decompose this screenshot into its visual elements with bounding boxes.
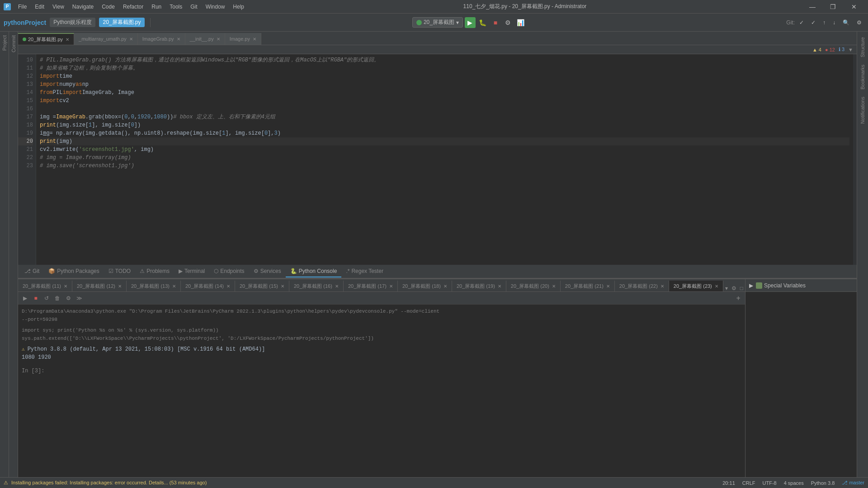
active-file-tab[interactable]: 20_屏幕截图.py <box>99 18 144 27</box>
console-settings-btn[interactable]: ⚙ <box>63 293 73 303</box>
console-tab-21[interactable]: 20_屏幕截图 (21) ✕ <box>561 281 615 291</box>
console-tab-22-close[interactable]: ✕ <box>660 284 664 289</box>
console-tab-20[interactable]: 20_屏幕截图 (20) ✕ <box>506 281 561 291</box>
indent-style[interactable]: 4 spaces <box>784 480 804 486</box>
tab-git[interactable]: ⎇ Git <box>20 266 44 277</box>
console-tab-18[interactable]: 20_屏幕截图 (18) ✕ <box>398 281 452 291</box>
console-tab-15-close[interactable]: ✕ <box>281 284 284 289</box>
console-tab-13[interactable]: 20_屏幕截图 (13) ✕ <box>127 281 181 291</box>
console-tab-22[interactable]: 20_屏幕截图 (22) ✕ <box>615 281 669 291</box>
stop-button[interactable]: ■ <box>490 17 501 28</box>
console-tab-19-close[interactable]: ✕ <box>498 284 501 289</box>
git-push[interactable]: ↑ <box>820 18 828 28</box>
bookmarks-tab[interactable]: Bookmarks <box>858 61 867 93</box>
file-tab-1[interactable]: _multiarray_umath.py ✕ <box>74 33 138 45</box>
vars-expand-icon[interactable]: ▶ <box>749 282 753 289</box>
code-area[interactable]: # PIL.ImageGrab.grab() 方法将屏幕截图，通过在的框架返回W… <box>36 54 853 265</box>
menu-refactor[interactable]: Refactor <box>119 3 147 11</box>
menu-tools[interactable]: Tools <box>166 3 186 11</box>
file-tab-3[interactable]: __init__.py ✕ <box>185 33 225 45</box>
menu-window[interactable]: Window <box>202 3 229 11</box>
console-more-btn[interactable]: ≫ <box>74 293 84 303</box>
coverage-button[interactable]: 📊 <box>515 17 526 28</box>
console-add-btn[interactable]: + <box>733 293 743 303</box>
tab-terminal[interactable]: ▶ Terminal <box>174 266 209 277</box>
file-tab-close-0[interactable]: ✕ <box>66 37 69 42</box>
console-rerun-btn[interactable]: ↺ <box>42 293 52 303</box>
tab-python-console[interactable]: 🐍 Python Console <box>286 266 342 277</box>
menu-navigate[interactable]: Navigate <box>69 3 97 11</box>
close-button[interactable]: ✕ <box>844 0 864 14</box>
debug-button[interactable]: 🐛 <box>477 17 488 28</box>
file-tab-close-4[interactable]: ✕ <box>253 37 256 42</box>
menu-git[interactable]: Git <box>187 3 201 11</box>
console-tab-12-close[interactable]: ✕ <box>118 284 122 289</box>
console-tab-11-close[interactable]: ✕ <box>64 284 67 289</box>
console-tab-20-close[interactable]: ✕ <box>552 284 556 289</box>
menu-file[interactable]: File <box>14 3 30 11</box>
tab-regex-tester[interactable]: .* Regex Tester <box>341 266 388 277</box>
console-tab-16[interactable]: 20_屏幕截图 (16) ✕ <box>289 281 344 291</box>
commit-panel-tab[interactable]: Commit <box>9 32 18 56</box>
console-tabs-dropdown[interactable]: ▾ <box>723 285 730 291</box>
console-tab-15[interactable]: 20_屏幕截图 (15) ✕ <box>235 281 289 291</box>
file-tab-2[interactable]: ImageGrab.py ✕ <box>138 33 185 45</box>
line-endings[interactable]: CRLF <box>742 480 755 486</box>
git-checkmark2[interactable]: ✓ <box>808 18 818 28</box>
menu-view[interactable]: View <box>49 3 68 11</box>
notifications-tab[interactable]: Notifications <box>858 93 867 127</box>
encoding[interactable]: UTF-8 <box>763 480 777 486</box>
console-tab-12[interactable]: 20_屏幕截图 (12) ✕ <box>72 281 127 291</box>
settings-button[interactable]: ⚙ <box>854 18 864 28</box>
run-button[interactable]: ▶ <box>465 17 476 28</box>
git-pull[interactable]: ↓ <box>830 18 838 28</box>
console-tab-16-close[interactable]: ✕ <box>335 284 339 289</box>
console-settings[interactable]: ⚙ <box>730 285 738 291</box>
console-tab-21-close[interactable]: ✕ <box>606 284 610 289</box>
structure-tab[interactable]: Structure <box>858 33 867 61</box>
file-tab-close-2[interactable]: ✕ <box>177 37 180 42</box>
run-config[interactable]: 20_屏幕截图 ▾ <box>412 17 463 28</box>
tab-problems[interactable]: ⚠ Problems <box>135 266 174 277</box>
expand-icon[interactable]: ▼ <box>848 47 853 52</box>
console-tab-19[interactable]: 20_屏幕截图 (19) ✕ <box>452 281 506 291</box>
minimize-button[interactable]: — <box>802 0 823 14</box>
console-tab-23-close[interactable]: ✕ <box>715 284 718 289</box>
file-tab-close-3[interactable]: ✕ <box>217 37 220 42</box>
search-button[interactable]: 🔍 <box>840 18 852 28</box>
console-run-btn[interactable]: ▶ <box>20 293 30 303</box>
console-tab-11[interactable]: 20_屏幕截图 (11) ✕ <box>18 281 72 291</box>
console-expand[interactable]: □ <box>738 285 745 291</box>
code-line-14: from PIL import ImageGrab, Image <box>40 89 849 97</box>
console-tab-17[interactable]: 20_屏幕截图 (17) ✕ <box>344 281 398 291</box>
project-tab[interactable]: Python娱乐程度 <box>50 18 95 27</box>
python-version[interactable]: Python 3.8 <box>811 480 835 486</box>
tab-python-packages[interactable]: 📦 Python Packages <box>44 266 104 277</box>
console-tab-17-close[interactable]: ✕ <box>389 284 393 289</box>
console-tab-18-close[interactable]: ✕ <box>443 284 447 289</box>
menu-help[interactable]: Help <box>229 3 248 11</box>
cursor-position[interactable]: 20:11 <box>722 480 735 486</box>
console-tab-13-close[interactable]: ✕ <box>172 284 176 289</box>
build-button[interactable]: ⚙ <box>503 17 514 28</box>
console-content[interactable]: D:\ProgramData\Anaconda3\python.exe "D:\… <box>18 305 745 477</box>
file-tab-close-1[interactable]: ✕ <box>129 37 133 42</box>
restore-button[interactable]: ❐ <box>823 0 844 14</box>
project-panel-tab[interactable]: Project <box>0 32 9 54</box>
console-clear-btn[interactable]: 🗑 <box>52 293 62 303</box>
tab-services[interactable]: ⚙ Services <box>249 266 286 277</box>
menu-run[interactable]: Run <box>148 3 165 11</box>
tab-endpoints[interactable]: ⬡ Endpoints <box>209 266 249 277</box>
console-stop-btn[interactable]: ■ <box>31 293 41 303</box>
line-numbers: 10 11 12 13 14 15 16 17 18 19 20 21 22 2… <box>18 54 36 265</box>
file-tab-4[interactable]: Image.py ✕ <box>225 33 261 45</box>
console-tab-14-close[interactable]: ✕ <box>226 284 230 289</box>
file-tab-0[interactable]: 20_屏幕截图.py ✕ <box>18 33 74 45</box>
git-checkmark1[interactable]: ✓ <box>797 18 807 28</box>
vcs-branch[interactable]: ⎇ master <box>842 480 864 486</box>
menu-code[interactable]: Code <box>98 3 118 11</box>
console-tab-14[interactable]: 20_屏幕截图 (14) ✕ <box>181 281 235 291</box>
console-tab-23[interactable]: 20_屏幕截图 (23) ✕ <box>669 281 723 291</box>
menu-edit[interactable]: Edit <box>31 3 48 11</box>
tab-todo[interactable]: ☑ TODO <box>104 266 135 277</box>
